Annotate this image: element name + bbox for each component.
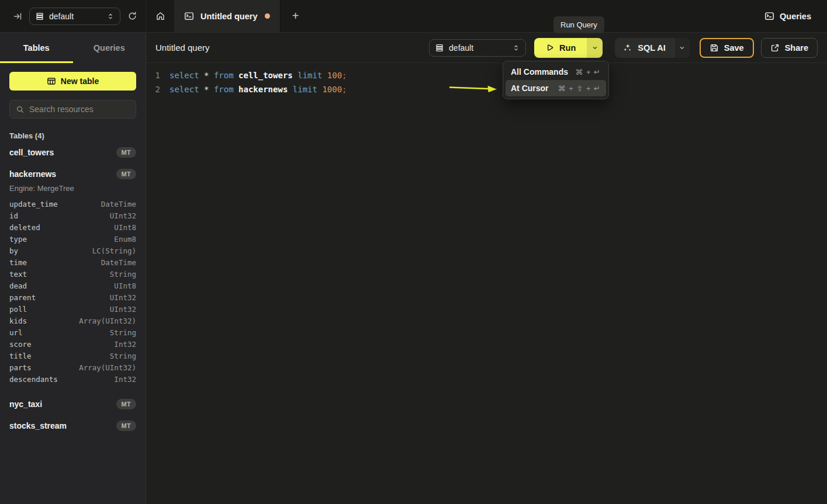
table-row-cell-towers[interactable]: cell_towers MT <box>9 143 136 162</box>
menu-item-shortcut: ⌘ + ↵ <box>575 68 601 77</box>
column-name: score <box>9 339 32 350</box>
engine-badge: MT <box>116 147 136 158</box>
database-selector-value: default <box>49 12 102 21</box>
tab-strip: Untitled query + <box>146 0 310 32</box>
column-row[interactable]: by LC(String) <box>9 245 136 257</box>
tables-section-title: Tables (4) <box>9 131 136 140</box>
sql-editor[interactable]: 1select * from cell_towers limit 100;2se… <box>146 63 827 504</box>
column-type: UInt8 <box>114 222 136 234</box>
column-row[interactable]: update_time DateTime <box>9 199 136 210</box>
column-type: String <box>110 350 136 362</box>
column-row[interactable]: title String <box>9 350 136 362</box>
sidebar-tab-tables[interactable]: Tables <box>0 33 73 63</box>
table-name: cell_towers <box>9 148 54 157</box>
tab-untitled-query[interactable]: Untitled query <box>174 0 281 32</box>
column-name: url <box>9 327 23 339</box>
column-name: poll <box>9 304 27 315</box>
query-title: Untitled query <box>155 43 210 53</box>
sidebar-tab-queries[interactable]: Queries <box>73 33 146 63</box>
queries-button-label: Queries <box>780 12 811 21</box>
database-selector[interactable]: default <box>29 8 120 25</box>
column-type: Int32 <box>114 374 136 385</box>
sql-ai-button[interactable]: SQL AI <box>615 38 674 58</box>
share-button[interactable]: Share <box>761 38 818 58</box>
refresh-icon[interactable] <box>127 11 137 21</box>
save-button[interactable]: Save <box>700 38 754 58</box>
save-button-label: Save <box>724 43 744 53</box>
column-row[interactable]: parent UInt32 <box>9 292 136 304</box>
run-button-label: Run <box>559 43 576 53</box>
menu-item-label: All Commands <box>511 67 568 77</box>
sidebar-tab-queries-label: Queries <box>94 43 125 53</box>
engine-badge: MT <box>116 169 136 179</box>
chevron-sort-icon <box>106 12 115 20</box>
tab-label: Untitled query <box>200 12 257 21</box>
column-row[interactable]: parts Array(UInt32) <box>9 362 136 374</box>
column-row[interactable]: type Enum8 <box>9 234 136 245</box>
column-row[interactable]: text String <box>9 269 136 280</box>
column-row[interactable]: kids Array(UInt32) <box>9 315 136 327</box>
chevron-down-icon <box>591 44 598 51</box>
database-selector[interactable]: default <box>429 39 526 57</box>
save-floppy-icon <box>710 43 719 53</box>
engine-badge: MT <box>116 399 136 409</box>
home-tab[interactable] <box>146 0 174 32</box>
column-type: Int32 <box>114 339 136 350</box>
menu-item-shortcut: ⌘ + ⇧ + ↵ <box>558 84 601 93</box>
external-link-icon <box>770 43 780 53</box>
new-tab-button[interactable]: + <box>281 0 310 32</box>
query-toolbar: Untitled query default <box>146 33 827 63</box>
queries-button[interactable]: Queries <box>764 0 827 32</box>
column-name: title <box>9 350 32 362</box>
column-row[interactable]: deleted UInt8 <box>9 222 136 234</box>
table-row-hackernews[interactable]: hackernews MT <box>9 165 136 183</box>
column-row[interactable]: poll UInt32 <box>9 304 136 315</box>
terminal-icon <box>184 11 194 21</box>
column-name: time <box>9 257 27 269</box>
main-area: Tables Queries New table Tables (4) <box>0 33 827 504</box>
table-row-nyc-taxi[interactable]: nyc_taxi MT <box>9 395 136 413</box>
sidebar-tabs: Tables Queries <box>0 33 146 63</box>
column-name: descendants <box>9 374 58 385</box>
play-icon <box>545 43 554 52</box>
search-box[interactable] <box>9 100 136 119</box>
engine-info: Engine: MergeTree <box>9 184 136 193</box>
sql-ai-caret[interactable] <box>674 38 690 58</box>
toolbar-actions: default Run <box>429 38 818 58</box>
run-options-caret[interactable] <box>587 38 603 58</box>
column-row[interactable]: url String <box>9 327 136 339</box>
column-name: update_time <box>9 199 58 210</box>
column-row[interactable]: descendants Int32 <box>9 374 136 385</box>
table-name: stocks_stream <box>9 421 67 430</box>
column-type: String <box>110 269 136 280</box>
code-line[interactable]: 1select * from cell_towers limit 100; <box>146 68 827 82</box>
sidebar: Tables Queries New table Tables (4) <box>0 33 146 504</box>
code-text: select * from hackernews limit 1000; <box>160 82 347 96</box>
code-text: select * from cell_towers limit 100; <box>160 68 347 82</box>
sidebar-tab-tables-label: Tables <box>23 43 50 53</box>
line-number: 1 <box>146 68 160 82</box>
run-button[interactable]: Run <box>534 38 587 58</box>
run-menu-item[interactable]: All Commands ⌘ + ↵ <box>506 64 606 80</box>
collapse-sidebar-icon[interactable] <box>13 12 22 21</box>
sidebar-body: New table Tables (4) cell_towers MT hack… <box>0 63 146 504</box>
column-name: text <box>9 269 27 280</box>
run-query-tooltip: Run Query <box>553 16 604 33</box>
column-row[interactable]: id UInt32 <box>9 210 136 222</box>
column-name: deleted <box>9 222 40 234</box>
new-table-button[interactable]: New table <box>9 72 136 91</box>
code-line[interactable]: 2select * from hackernews limit 1000; <box>146 82 827 96</box>
search-icon <box>16 105 25 114</box>
column-row[interactable]: score Int32 <box>9 339 136 350</box>
table-row-stocks-stream[interactable]: stocks_stream MT <box>9 416 136 435</box>
terminal-icon <box>764 11 774 21</box>
column-row[interactable]: dead UInt8 <box>9 280 136 292</box>
content-area: Untitled query default <box>146 33 827 504</box>
column-row[interactable]: time DateTime <box>9 257 136 269</box>
search-input[interactable] <box>29 105 130 114</box>
column-type: LC(String) <box>92 245 136 257</box>
chevron-sort-icon <box>512 44 520 52</box>
run-options-menu: All Commands ⌘ + ↵ At Cursor ⌘ + ⇧ + ↵ <box>503 61 609 99</box>
run-menu-item[interactable]: At Cursor ⌘ + ⇧ + ↵ <box>506 80 606 96</box>
column-type: Array(UInt32) <box>79 315 136 327</box>
